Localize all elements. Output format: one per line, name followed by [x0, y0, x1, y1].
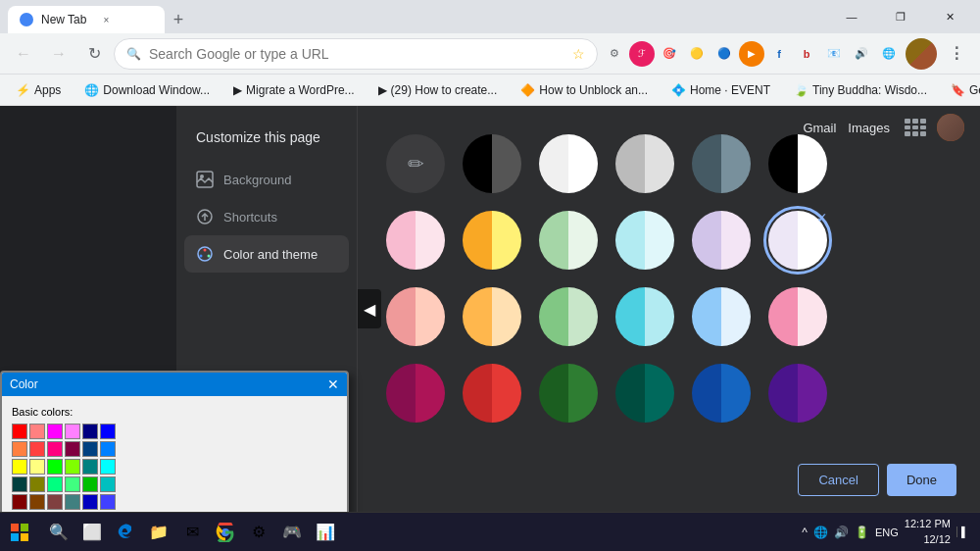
taskbar-search[interactable]: 🔍 — [43, 517, 74, 548]
basic-color-swatch[interactable] — [100, 476, 116, 492]
color-option-pink-medium[interactable] — [763, 282, 832, 351]
taskbar-app-9[interactable]: 📊 — [310, 517, 341, 548]
bookmark-migrate[interactable]: ▶ Migrate a WordPre... — [225, 81, 362, 99]
ext-btn-5[interactable]: 🔵 — [711, 41, 737, 67]
color-option-red[interactable] — [458, 359, 526, 427]
basic-color-swatch[interactable] — [47, 424, 63, 439]
basic-color-swatch[interactable] — [47, 476, 63, 492]
color-option-teal-light[interactable] — [611, 282, 679, 351]
basic-color-swatch[interactable] — [65, 476, 80, 492]
color-option-dark-teal[interactable] — [611, 359, 679, 427]
color-option-peach[interactable] — [381, 282, 450, 351]
color-option-crimson[interactable] — [381, 359, 450, 427]
ext-btn-3[interactable]: 🎯 — [657, 41, 682, 67]
basic-color-swatch[interactable] — [65, 424, 80, 439]
ext-btn-4[interactable]: 🟡 — [684, 41, 710, 67]
gmail-link[interactable]: Gmail — [803, 121, 836, 135]
ext-btn-11[interactable]: 🌐 — [876, 41, 902, 67]
profile-button[interactable] — [906, 38, 937, 70]
basic-color-swatch[interactable] — [82, 459, 98, 475]
color-option-pink-light[interactable] — [381, 206, 450, 275]
basic-color-swatch[interactable] — [29, 459, 45, 475]
color-option-sage[interactable] — [534, 282, 603, 351]
dialog-close-button[interactable]: ✕ — [327, 376, 339, 392]
taskbar-mail[interactable]: ✉ — [176, 517, 208, 548]
color-option-dark-blue[interactable] — [687, 359, 756, 427]
basic-color-swatch[interactable] — [12, 424, 27, 439]
basic-color-swatch[interactable] — [29, 441, 45, 457]
color-option-gray[interactable] — [611, 129, 679, 198]
bookmark-download[interactable]: 🌐 Download Window... — [76, 81, 218, 99]
color-option-light[interactable] — [534, 129, 603, 198]
bookmark-geekermag[interactable]: 🔖 Geekermag — [943, 81, 980, 99]
basic-color-swatch[interactable] — [100, 424, 116, 439]
cancel-button[interactable]: Cancel — [798, 464, 878, 496]
basic-color-swatch[interactable] — [12, 441, 27, 457]
taskbar-edge[interactable] — [110, 517, 141, 548]
color-option-dark[interactable] — [458, 129, 526, 198]
show-desktop-button[interactable]: ▌ — [956, 526, 968, 537]
active-tab[interactable]: New Tab × — [8, 6, 165, 33]
color-option-teal-gray[interactable] — [687, 129, 756, 198]
basic-color-swatch[interactable] — [65, 441, 80, 457]
volume-icon[interactable]: 🔊 — [834, 526, 849, 539]
bookmark-apps[interactable]: ⚡ Apps — [8, 81, 69, 99]
basic-color-swatch[interactable] — [12, 459, 27, 475]
bookmark-home-event[interactable]: 💠 Home · EVENT — [663, 81, 778, 99]
new-tab-button[interactable]: + — [165, 6, 192, 33]
basic-color-swatch[interactable] — [82, 424, 98, 439]
color-option-edit[interactable]: ✏ — [381, 129, 450, 198]
basic-color-swatch[interactable] — [65, 494, 80, 510]
minimize-button[interactable]: — — [829, 1, 874, 32]
address-bar[interactable]: 🔍 ☆ — [114, 38, 598, 70]
ext-btn-2[interactable]: ℱ — [629, 41, 655, 67]
ext-btn-10[interactable]: 🔊 — [849, 41, 874, 67]
basic-color-swatch[interactable] — [82, 441, 98, 457]
basic-color-swatch[interactable] — [47, 459, 63, 475]
taskbar-app-7[interactable]: ⚙ — [243, 517, 274, 548]
sidebar-item-color-theme[interactable]: Color and theme — [184, 235, 349, 273]
basic-color-swatch[interactable] — [29, 476, 45, 492]
color-option-blue-light[interactable] — [687, 282, 756, 351]
basic-color-swatch[interactable] — [12, 476, 27, 492]
bookmark-how-to[interactable]: ▶ (29) How to create... — [370, 81, 506, 99]
sidebar-item-shortcuts[interactable]: Shortcuts — [184, 198, 349, 235]
color-option-cyan[interactable] — [611, 206, 679, 275]
taskbar-app-8[interactable]: 🎮 — [276, 517, 308, 548]
basic-color-swatch[interactable] — [65, 459, 80, 475]
basic-color-swatch[interactable] — [47, 441, 63, 457]
forward-button[interactable]: → — [43, 38, 74, 70]
address-input[interactable] — [149, 46, 564, 62]
bookmark-tiny-buddha[interactable]: 🍃 Tiny Buddha: Wisdo... — [786, 81, 935, 99]
ext-btn-7[interactable]: f — [766, 41, 792, 67]
basic-color-swatch[interactable] — [29, 494, 45, 510]
tab-close-button[interactable]: × — [98, 12, 114, 27]
sidebar-item-background[interactable]: Background — [184, 161, 349, 198]
basic-color-swatch[interactable] — [12, 494, 27, 510]
color-option-orange[interactable] — [458, 282, 526, 351]
ext-btn-8[interactable]: b — [794, 41, 819, 67]
bookmark-star-icon[interactable]: ☆ — [572, 46, 585, 62]
google-apps-icon[interactable] — [902, 116, 925, 139]
basic-color-swatch[interactable] — [47, 494, 63, 510]
taskbar-task-view[interactable]: ⬜ — [76, 517, 108, 548]
ext-btn-6[interactable]: ▶ — [739, 41, 764, 67]
images-link[interactable]: Images — [848, 121, 890, 135]
basic-color-swatch[interactable] — [29, 424, 45, 439]
start-button[interactable] — [4, 517, 35, 548]
close-button[interactable]: ✕ — [927, 1, 972, 32]
done-button[interactable]: Done — [887, 464, 956, 496]
basic-color-swatch[interactable] — [82, 476, 98, 492]
ext-btn-1[interactable]: ⚙ — [602, 41, 627, 67]
taskbar-explorer[interactable]: 📁 — [143, 517, 174, 548]
network-icon[interactable]: 🌐 — [813, 526, 828, 539]
color-option-white-selected[interactable]: ✓ — [763, 206, 832, 275]
color-option-lavender[interactable] — [687, 206, 756, 275]
more-menu-button[interactable]: ⋮ — [941, 38, 972, 70]
basic-color-swatch[interactable] — [100, 494, 116, 510]
system-clock[interactable]: 12:12 PM 12/12 — [905, 517, 951, 547]
reload-button[interactable]: ↻ — [78, 38, 110, 70]
ext-btn-9[interactable]: 📧 — [821, 41, 847, 67]
back-button[interactable]: ← — [8, 38, 39, 70]
battery-icon[interactable]: 🔋 — [855, 526, 869, 539]
